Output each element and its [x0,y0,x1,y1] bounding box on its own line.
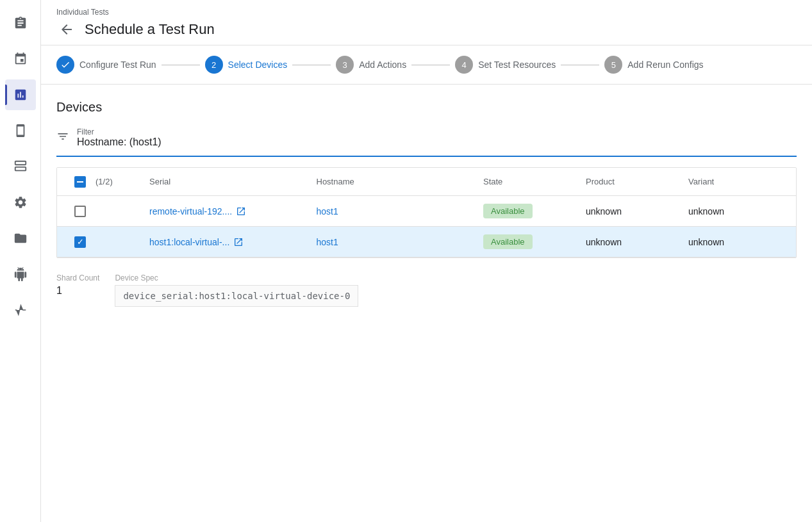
row1-hostname[interactable]: host1 [311,199,479,224]
row1-status-badge: Available [483,204,533,218]
breadcrumb: Individual Tests [56,8,797,17]
sidebar-item-chart[interactable] [5,79,36,110]
table-row[interactable]: remote-virtual-192.... host1 Available u… [57,196,796,227]
row2-state: Available [478,227,581,257]
col-hostname: Hostname [311,168,479,195]
shard-count-value: 1 [56,285,99,297]
devices-table: (1/2) Serial Hostname State Product Vari… [56,167,797,258]
step-4-label: Set Test Resources [478,60,556,70]
shard-count-label: Shard Count [56,273,99,282]
filter-label: Filter [77,127,162,136]
sidebar-item-waveform[interactable] [5,295,36,325]
sidebar-item-clipboard[interactable] [5,8,36,38]
page-title: Schedule a Test Run [85,21,215,38]
stepper: Configure Test Run 2 Select Devices 3 Ad… [41,45,812,85]
select-all-checkbox[interactable] [67,168,93,195]
row1-serial[interactable]: remote-virtual-192.... [144,199,311,224]
row2-product: unknown [581,229,683,255]
step-3-label: Add Actions [359,60,406,70]
external-link-icon-2 [233,237,244,247]
device-spec-label: Device Spec [115,273,358,282]
step-4-circle: 4 [455,56,473,74]
main-content: Individual Tests Schedule a Test Run Con… [41,0,812,522]
step-5-circle: 5 [604,56,622,74]
connector-2 [292,65,331,65]
table-row[interactable]: ✓ host1:local-virtual-... host1 Availabl… [57,227,796,257]
step-set-resources: 4 Set Test Resources [455,56,556,74]
header: Individual Tests Schedule a Test Run [41,0,812,45]
step-2-circle: 2 [205,56,223,74]
row1-spacer [93,204,144,219]
row2-status-badge: Available [483,234,533,249]
sidebar-item-android[interactable] [5,259,36,290]
row2-spacer [93,234,144,250]
step-1-circle [56,56,74,74]
row2-checkbox[interactable]: ✓ [67,229,93,256]
indeterminate-checkbox[interactable] [74,176,86,188]
sidebar [0,0,41,522]
row1-state: Available [478,196,581,226]
step-2-label: Select Devices [228,60,288,70]
sidebar-item-calendar[interactable] [5,44,36,74]
count-cell: (1/2) [93,168,144,195]
content-area: Devices Filter Hostname: (host1) (1/2) [41,85,812,522]
row2-variant: unknown [683,229,786,255]
row1-checkbox-box[interactable] [74,206,86,217]
row2-serial[interactable]: host1:local-virtual-... [144,229,311,255]
devices-title: Devices [56,100,797,115]
device-spec-field: Device Spec device_serial:host1:local-vi… [115,273,358,307]
bottom-section: Shard Count 1 Device Spec device_serial:… [56,273,797,307]
device-spec-value: device_serial:host1:local-virtual-device… [115,285,358,307]
sidebar-item-phone[interactable] [5,115,36,146]
filter-text-group: Filter Hostname: (host1) [77,127,162,148]
connector-1 [162,65,200,65]
back-button[interactable] [56,19,77,40]
external-link-icon [236,206,246,216]
col-product: Product [581,168,683,195]
sidebar-item-servers[interactable] [5,151,36,182]
step-1-label: Configure Test Run [79,60,156,70]
step-add-actions: 3 Add Actions [336,56,406,74]
connector-3 [411,65,450,65]
shard-count-field: Shard Count 1 [56,273,99,307]
col-serial: Serial [144,168,311,195]
row2-hostname[interactable]: host1 [311,229,479,255]
col-state: State [478,168,581,195]
row1-checkbox[interactable] [67,198,93,225]
connector-4 [561,65,599,65]
step-5-label: Add Rerun Configs [627,60,703,70]
filter-icon [56,130,69,146]
row1-product: unknown [581,199,683,224]
sidebar-item-settings[interactable] [5,187,36,218]
step-add-rerun: 5 Add Rerun Configs [604,56,703,74]
filter-value: Hostname: (host1) [77,136,162,148]
row2-checkbox-box[interactable]: ✓ [74,236,86,248]
col-variant: Variant [683,168,786,195]
step-configure: Configure Test Run [56,56,156,74]
sidebar-item-folder[interactable] [5,223,36,254]
filter-section[interactable]: Filter Hostname: (host1) [56,127,797,157]
row1-variant: unknown [683,199,786,224]
step-select-devices: 2 Select Devices [205,56,288,74]
step-3-circle: 3 [336,56,354,74]
